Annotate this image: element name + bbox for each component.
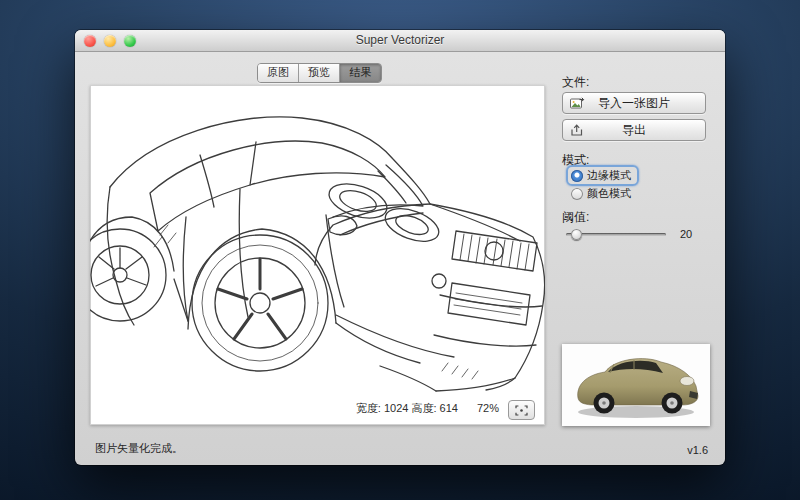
tab-original[interactable]: 原图 (258, 64, 299, 82)
tab-result[interactable]: 结果 (340, 64, 381, 82)
threshold-section-label: 阈值: (562, 209, 589, 226)
source-car-photo (562, 344, 710, 426)
fit-to-window-button[interactable] (508, 400, 535, 420)
settings-panel: 文件: 导入一张图片 (560, 52, 712, 465)
edge-mode-label: 边缘模式 (587, 168, 631, 183)
zoom-percent-label: 72% (477, 402, 499, 414)
import-image-button[interactable]: 导入一张图片 (562, 92, 706, 114)
threshold-slider-row: 20 (566, 228, 692, 240)
minimize-button[interactable] (104, 35, 116, 47)
vectorized-car-image (90, 85, 545, 425)
result-canvas: 宽度: 1024 高度: 614 72% (90, 85, 545, 425)
zoom-button[interactable] (124, 35, 136, 47)
radio-selected-icon (571, 170, 583, 182)
version-label: v1.6 (687, 444, 708, 456)
radio-color-mode[interactable]: 颜色模式 (571, 186, 631, 201)
close-button[interactable] (84, 35, 96, 47)
image-size-label: 宽度: 1024 高度: 614 (356, 402, 458, 414)
window-title: Super Vectorizer (75, 30, 725, 51)
file-section-label: 文件: (562, 74, 589, 91)
status-message: 图片矢量化完成。 (95, 441, 183, 456)
threshold-value-label: 20 (680, 228, 692, 240)
view-tabs: 原图 预览 结果 (257, 63, 382, 83)
window-content: 原图 预览 结果 (75, 52, 725, 465)
tab-preview[interactable]: 预览 (299, 64, 340, 82)
image-import-icon (570, 97, 585, 110)
threshold-slider[interactable] (566, 233, 666, 236)
title-bar[interactable]: Super Vectorizer (75, 30, 725, 52)
slider-thumb[interactable] (571, 229, 582, 240)
image-info: 宽度: 1024 高度: 614 72% (356, 401, 499, 416)
radio-unselected-icon (571, 188, 583, 200)
export-icon (570, 124, 585, 137)
color-mode-label: 颜色模式 (587, 186, 631, 201)
source-image-thumbnail (562, 344, 710, 426)
fit-to-window-icon (515, 405, 528, 416)
radio-edge-mode[interactable]: 边缘模式 (566, 165, 639, 186)
export-button[interactable]: 导出 (562, 119, 706, 141)
app-window: Super Vectorizer 原图 预览 结果 (75, 30, 725, 465)
